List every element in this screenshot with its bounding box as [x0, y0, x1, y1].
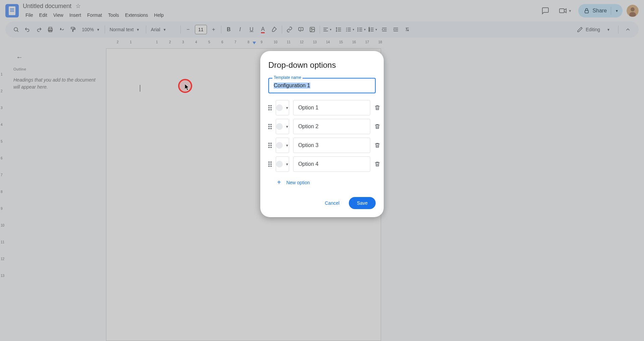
template-name-input[interactable]	[268, 78, 376, 93]
color-select[interactable]: ▼	[276, 138, 289, 153]
option-input[interactable]	[293, 156, 370, 172]
new-option-button[interactable]: + New option	[277, 179, 376, 186]
delete-icon[interactable]	[374, 141, 380, 149]
delete-icon[interactable]	[374, 123, 380, 131]
option-row: ▼	[268, 156, 376, 172]
drag-handle-icon[interactable]	[268, 143, 272, 148]
color-select[interactable]: ▼	[276, 100, 289, 115]
option-input[interactable]	[293, 119, 370, 134]
drag-handle-icon[interactable]	[268, 105, 272, 110]
color-select[interactable]: ▼	[276, 156, 289, 172]
delete-icon[interactable]	[374, 160, 380, 168]
delete-icon[interactable]	[374, 104, 380, 112]
color-select[interactable]: ▼	[276, 119, 289, 134]
save-button[interactable]: Save	[349, 197, 376, 209]
template-name-label: Template name	[272, 75, 303, 80]
drag-handle-icon[interactable]	[268, 161, 272, 167]
dialog-title: Drop-down options	[268, 60, 376, 70]
cancel-button[interactable]: Cancel	[319, 197, 345, 209]
option-row: ▼	[268, 138, 376, 153]
dropdown-options-dialog: Drop-down options Template name ▼ ▼	[260, 51, 384, 217]
drag-handle-icon[interactable]	[268, 124, 272, 129]
option-row: ▼	[268, 100, 376, 115]
modal-overlay: Drop-down options Template name ▼ ▼	[0, 0, 644, 341]
option-input[interactable]	[293, 100, 370, 115]
option-row: ▼	[268, 119, 376, 134]
option-input[interactable]	[293, 138, 370, 153]
plus-icon: +	[277, 179, 281, 186]
